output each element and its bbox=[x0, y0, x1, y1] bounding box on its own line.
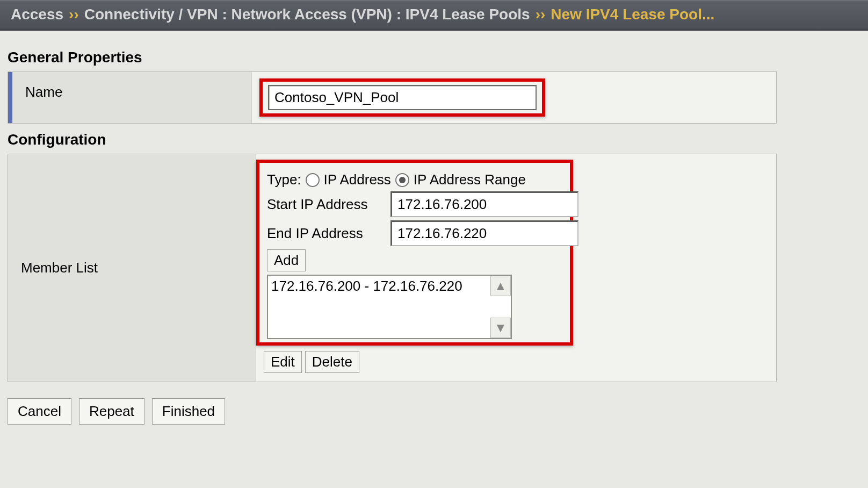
edit-button[interactable]: Edit bbox=[264, 351, 302, 373]
type-label: Type: bbox=[267, 171, 301, 188]
start-ip-input[interactable] bbox=[390, 191, 578, 217]
end-ip-input[interactable] bbox=[390, 220, 578, 246]
cancel-button[interactable]: Cancel bbox=[8, 398, 71, 425]
breadcrumb-pools[interactable]: Connectivity / VPN : Network Access (VPN… bbox=[84, 6, 530, 23]
type-radio-ip-address[interactable] bbox=[306, 173, 320, 187]
add-button[interactable]: Add bbox=[267, 249, 306, 271]
type-radio-ip-address-range[interactable] bbox=[395, 173, 409, 187]
end-ip-label: End IP Address bbox=[267, 225, 386, 242]
name-label: Name bbox=[8, 72, 252, 123]
general-properties-panel: Name bbox=[8, 71, 777, 124]
finished-button[interactable]: Finished bbox=[152, 398, 225, 425]
repeat-button[interactable]: Repeat bbox=[79, 398, 144, 425]
type-option-range-label: IP Address Range bbox=[414, 171, 526, 188]
config-highlight: Type: IP Address IP Address Range Start … bbox=[256, 160, 573, 346]
member-listbox-wrap: 172.16.76.200 - 172.16.76.220 ▲ ▼ bbox=[267, 275, 512, 339]
breadcrumb: Access ›› Connectivity / VPN : Network A… bbox=[0, 0, 868, 31]
general-properties-heading: General Properties bbox=[8, 49, 868, 66]
form-buttons: Cancel Repeat Finished bbox=[8, 398, 868, 425]
breadcrumb-access[interactable]: Access bbox=[11, 6, 63, 23]
name-input[interactable] bbox=[268, 85, 537, 110]
scroll-up-icon[interactable]: ▲ bbox=[490, 276, 511, 296]
member-list-label: Member List bbox=[8, 154, 256, 382]
type-option-ip-label: IP Address bbox=[324, 171, 391, 188]
configuration-heading: Configuration bbox=[8, 131, 868, 148]
start-ip-label: Start IP Address bbox=[267, 196, 386, 213]
scroll-down-icon[interactable]: ▼ bbox=[490, 318, 511, 338]
list-item[interactable]: 172.16.76.200 - 172.16.76.220 bbox=[271, 278, 508, 295]
delete-button[interactable]: Delete bbox=[305, 351, 359, 373]
breadcrumb-current: New IPV4 Lease Pool... bbox=[551, 6, 714, 23]
breadcrumb-separator-icon: ›› bbox=[69, 6, 79, 23]
member-listbox[interactable]: 172.16.76.200 - 172.16.76.220 bbox=[267, 275, 512, 339]
name-highlight bbox=[259, 78, 545, 117]
breadcrumb-separator-icon: ›› bbox=[536, 6, 546, 23]
configuration-panel: Member List Type: IP Address IP Address … bbox=[8, 154, 777, 382]
listbox-scrollbar: ▲ ▼ bbox=[490, 276, 511, 338]
